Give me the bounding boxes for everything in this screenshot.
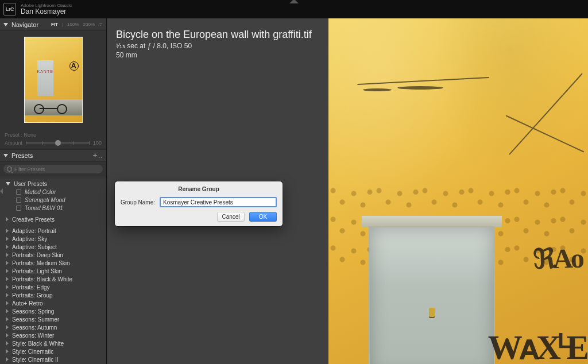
preset-group-label: Style: Cinematic (12, 348, 53, 355)
preset-amount-block: Preset : None Amount 100 (0, 129, 106, 149)
expand-icon[interactable] (6, 182, 10, 185)
preset-group-user[interactable]: User Presets (0, 180, 106, 188)
panel-reveal-caret-icon[interactable] (289, 0, 299, 3)
expand-icon[interactable] (6, 277, 9, 281)
preset-group[interactable]: Portraits: Deep Skin (0, 251, 106, 259)
preset-group[interactable]: Seasons: Summer (0, 315, 106, 323)
preset-checkbox[interactable] (16, 189, 21, 195)
preset-group-label: Seasons: Autumn (12, 324, 57, 331)
presets-header[interactable]: Presets +.. (0, 149, 106, 162)
preset-search-input[interactable]: Filter Presets (3, 165, 103, 173)
preset-item-label: Muted Color (25, 189, 56, 195)
expand-icon[interactable] (6, 253, 9, 257)
preset-group[interactable]: Portraits: Edgy (0, 283, 106, 291)
preset-group[interactable]: Portraits: Light Skin (0, 267, 106, 275)
preset-group[interactable]: Seasons: Winter (0, 331, 106, 339)
expand-icon[interactable] (6, 237, 9, 241)
collapse-icon[interactable] (3, 154, 8, 157)
preset-item[interactable]: Serengeti Mood (0, 196, 106, 204)
rename-group-dialog: Rename Group Group Name: Cancel OK (115, 181, 283, 226)
preset-group[interactable]: Style: Cinematic (0, 347, 106, 355)
navigator-thumbnail: KANTE (24, 37, 83, 123)
expand-icon[interactable] (6, 229, 9, 233)
ok-button[interactable]: OK (249, 212, 277, 222)
expand-icon[interactable] (6, 217, 9, 222)
group-name-input[interactable] (160, 197, 277, 207)
collapse-icon[interactable] (3, 23, 8, 26)
expand-icon[interactable] (6, 301, 9, 305)
expand-icon[interactable] (6, 357, 9, 362)
image-graffiti: WᴀXᴸE (488, 327, 586, 364)
image-crack (397, 86, 443, 90)
preset-group-label: User Presets (14, 181, 47, 187)
preset-group-label: Portraits: Medium Skin (12, 260, 70, 266)
slider-thumb-icon[interactable] (55, 140, 61, 146)
preset-search-placeholder: Filter Presets (14, 166, 45, 172)
image-exposure: ¹⁄₁₃ sec at ƒ / 8.0, ISO 50 (116, 42, 319, 50)
title-texts: Adobe Lightroom Classic Dan Kosmayer (21, 3, 72, 16)
preset-group[interactable]: Portraits: Group (0, 291, 106, 299)
search-icon (7, 166, 12, 172)
expand-icon[interactable] (6, 309, 9, 313)
left-panel: Navigator FIT | 100% 200% ≎ KANTE Preset… (0, 18, 107, 364)
main-image-preview[interactable]: ℜAo WᴀXᴸE (328, 18, 588, 364)
preset-group[interactable]: Seasons: Spring (0, 307, 106, 315)
navigator-title: Navigator (11, 21, 38, 28)
expand-icon[interactable] (6, 285, 9, 289)
preset-group-label: Style: Black & White (12, 340, 64, 347)
preset-group[interactable]: Adaptive: Subject (0, 243, 106, 251)
preset-group[interactable]: Portraits: Black & White (0, 275, 106, 283)
preset-group[interactable]: Style: Black & White (0, 339, 106, 347)
expand-icon[interactable] (6, 349, 9, 354)
zoom-100[interactable]: 100% (67, 22, 79, 27)
expand-icon[interactable] (6, 261, 9, 265)
amount-label: Amount (5, 140, 22, 146)
bicycle-icon (30, 96, 71, 114)
navigator-preview[interactable]: KANTE (0, 31, 106, 129)
collapse-left-panel-icon[interactable] (0, 184, 3, 198)
expand-icon[interactable] (6, 341, 9, 346)
preset-checkbox[interactable] (16, 198, 21, 203)
image-door (369, 226, 495, 364)
zoom-200[interactable]: 200% (83, 22, 95, 27)
preset-group-label: Portraits: Deep Skin (12, 252, 63, 258)
zoom-fit[interactable]: FIT (51, 22, 58, 27)
preset-checkbox[interactable] (16, 206, 21, 211)
zoom-more-icon[interactable]: ≎ (99, 22, 103, 27)
navigator-header[interactable]: Navigator FIT | 100% 200% ≎ (0, 18, 106, 31)
expand-icon[interactable] (6, 333, 9, 338)
expand-icon[interactable] (6, 317, 9, 322)
preset-group-label: Auto+ Retro (12, 300, 43, 307)
preset-group[interactable]: Auto+ Retro (0, 299, 106, 307)
expand-icon[interactable] (6, 293, 9, 297)
preset-tree: User Presets Muted Color Serengeti Mood … (0, 177, 106, 364)
preset-group-label: Portraits: Group (12, 292, 53, 299)
preset-item[interactable]: Toned B&W 01 (0, 204, 106, 212)
cancel-button[interactable]: Cancel (217, 212, 245, 222)
preset-item[interactable]: Muted Color (0, 188, 106, 196)
expand-icon[interactable] (6, 269, 9, 273)
preset-group-creative[interactable]: Creative Presets (0, 215, 106, 223)
preset-group[interactable]: Adaptive: Portrait (0, 227, 106, 235)
preset-menu-icon[interactable]: .. (98, 153, 103, 159)
preset-group-label: Portraits: Light Skin (12, 268, 62, 274)
amount-slider[interactable] (26, 142, 90, 144)
image-door-lintel (362, 216, 502, 227)
preset-group[interactable]: Portraits: Medium Skin (0, 259, 106, 267)
image-graffiti: ℜAo (532, 242, 583, 276)
preset-current-label: Preset : None (5, 132, 36, 138)
image-crack (363, 88, 392, 91)
preset-group-label: Creative Presets (12, 216, 55, 223)
amount-value: 100 (93, 140, 102, 146)
preset-group-label: Style: Cinematic II (12, 357, 59, 363)
preset-group[interactable]: Seasons: Autumn (0, 323, 106, 331)
preset-group[interactable]: Adaptive: Sky (0, 235, 106, 243)
expand-icon[interactable] (6, 245, 9, 249)
preset-group[interactable]: Style: Cinematic II (0, 355, 106, 363)
expand-icon[interactable] (6, 325, 9, 330)
image-focal-length: 50 mm (116, 51, 319, 59)
preset-group-label: Seasons: Summer (12, 316, 59, 323)
preset-group-label: Portraits: Edgy (12, 284, 50, 291)
title-bar: LrC Adobe Lightroom Classic Dan Kosmayer (0, 0, 588, 18)
add-preset-icon[interactable]: + (93, 151, 98, 160)
